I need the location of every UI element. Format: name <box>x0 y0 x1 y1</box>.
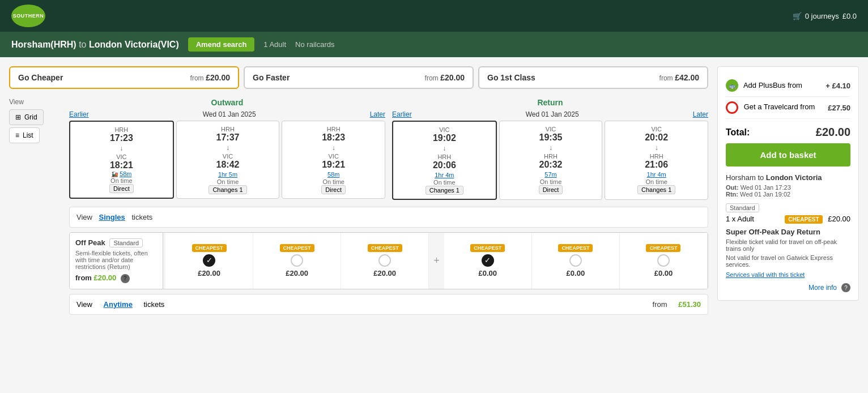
view-label: View <box>9 98 60 106</box>
search-bar: Horsham(HRH) to London Victoria(VIC) Ame… <box>0 32 868 57</box>
services-link[interactable]: Services valid with this ticket <box>726 271 805 278</box>
total-label: Total: <box>726 127 750 138</box>
return-nav: Earlier Wed 01 Jan 2025 Later <box>392 110 708 118</box>
outward-train-1-arrow: ↓ <box>75 144 168 152</box>
list-view-button[interactable]: ≡ List <box>9 127 40 143</box>
return-train-1-arr-time: 20:06 <box>398 160 491 170</box>
return-train-3-arrow: ↓ <box>610 144 703 152</box>
outward-train-2-arr-time: 18:42 <box>181 160 275 170</box>
off-peak-out-radio-3[interactable] <box>378 254 391 267</box>
basket-icon: 🛒 <box>793 12 802 20</box>
more-info-icon[interactable]: ? <box>841 283 850 292</box>
tube-icon <box>726 101 738 114</box>
outward-train-1-duration[interactable]: 58m <box>120 170 131 177</box>
return-train-3[interactable]: VIC 20:02 ↓ HRH 21:06 1hr 4m On time Cha… <box>605 121 708 200</box>
fare-tab-go-1st-class[interactable]: Go 1st Class from £42.00 <box>478 66 708 89</box>
return-train-1-duration[interactable]: 1hr 4m <box>435 172 454 178</box>
return-train-3-dep-station: VIC <box>610 126 703 133</box>
anytime-link[interactable]: Anytime <box>104 300 133 309</box>
view-side: View ⊞ Grid ≡ List <box>9 98 60 143</box>
singles-suffix: tickets <box>131 213 152 221</box>
journeys-count: 0 journeys <box>805 12 839 20</box>
return-label: Return <box>392 98 708 107</box>
return-train-1[interactable]: VIC 19:02 ↓ HRH 20:06 1hr 4m On time Cha… <box>392 121 497 200</box>
fare-tab-go-cheaper-name: Go Cheaper <box>18 73 63 82</box>
return-section: Return Earlier Wed 01 Jan 2025 Later VIC… <box>392 98 708 200</box>
outward-train-1[interactable]: HRH 17:23 ↓ VIC 18:21 🚂 58m On time <box>69 121 174 199</box>
journey-detail: Horsham to London Victoria <box>726 173 850 182</box>
outward-train-3-arr-time: 19:21 <box>287 160 380 170</box>
return-train-2-arr-station: HRH <box>504 153 598 160</box>
off-peak-out-radio-1[interactable] <box>203 254 215 267</box>
amend-search-button[interactable]: Amend search <box>188 37 255 52</box>
grid-view-button[interactable]: ⊞ Grid <box>9 109 44 125</box>
plusbus-price: + £4.10 <box>826 82 850 90</box>
off-peak-desc: Semi-flexible tickets, often with time a… <box>75 250 157 270</box>
return-train-2[interactable]: VIC 19:35 ↓ HRH 20:32 57m On time Direct <box>499 121 603 200</box>
ticket-type-name: Super Off-Peak Day Return <box>726 228 850 236</box>
outward-label: Outward <box>69 98 385 107</box>
content-area: View ⊞ Grid ≡ List Outward <box>9 98 708 315</box>
outward-train-2-duration[interactable]: 1hr 5m <box>218 171 237 178</box>
off-peak-ret-radio-3[interactable] <box>657 254 670 267</box>
return-train-2-dep-time: 19:35 <box>504 133 598 143</box>
off-peak-ret-price-1[interactable]: CHEAPEST £0.00 <box>444 233 532 289</box>
more-info[interactable]: More info ? <box>726 283 850 292</box>
outward-train-2-arrow: ↓ <box>181 144 275 152</box>
ticket-desc-right: Flexible ticket valid for travel on off-… <box>726 238 850 252</box>
outward-train-2-dep-station: HRH <box>181 126 275 133</box>
off-peak-name: Off Peak <box>75 238 105 247</box>
return-trains-grid: VIC 19:02 ↓ HRH 20:06 1hr 4m On time Cha… <box>392 121 708 200</box>
return-date: Wed 01 Jan 2025 <box>526 110 579 118</box>
off-peak-out-price-2[interactable]: CHEAPEST £20.00 <box>253 233 341 289</box>
outward-train-1-type: Direct <box>109 184 134 193</box>
cheapest-tag: CHEAPEST <box>785 215 822 224</box>
off-peak-price: from £20.00 ? <box>75 274 157 283</box>
outward-train-3-arr-station: VIC <box>287 153 380 160</box>
off-peak-help-icon[interactable]: ? <box>121 274 130 283</box>
off-peak-out-price-1[interactable]: CHEAPEST £20.00 <box>165 233 253 289</box>
singles-link[interactable]: Singles <box>99 213 125 221</box>
off-peak-ret-price-3[interactable]: CHEAPEST £0.00 <box>620 233 708 289</box>
off-peak-out-price-3[interactable]: CHEAPEST £20.00 <box>341 233 429 289</box>
return-train-1-dep-station: VIC <box>398 126 491 133</box>
left-panel: Go Cheaper from £20.00 Go Faster from £2… <box>9 66 708 315</box>
outward-train-3-dep-station: HRH <box>287 126 380 133</box>
off-peak-out-amount-1: £20.00 <box>198 269 220 277</box>
return-train-3-duration[interactable]: 1hr 4m <box>647 171 666 178</box>
outward-train-3[interactable]: HRH 18:23 ↓ VIC 19:21 58m On time Direct <box>282 121 385 199</box>
return-train-2-type: Direct <box>539 185 563 194</box>
rtn-label: Rtn: <box>726 191 738 198</box>
off-peak-out-radio-2[interactable] <box>291 254 303 267</box>
outward-earlier-link[interactable]: Earlier <box>69 110 89 118</box>
fare-tab-go-faster[interactable]: Go Faster from £20.00 <box>244 66 474 89</box>
add-to-basket-button[interactable]: Add to basket <box>726 143 850 166</box>
off-peak-ret-radio-1[interactable] <box>482 254 494 267</box>
train-section: Outward Earlier Wed 01 Jan 2025 Later HR… <box>69 98 708 200</box>
outward-train-3-duration[interactable]: 58m <box>327 171 339 178</box>
anytime-prefix: View <box>76 300 92 309</box>
anytime-price: £51.30 <box>678 300 701 309</box>
return-earlier-link[interactable]: Earlier <box>392 110 412 118</box>
fare-tab-go-cheaper[interactable]: Go Cheaper from £20.00 <box>9 66 239 89</box>
outward-train-3-status: On time <box>287 178 380 185</box>
return-train-1-status: On time <box>398 179 491 186</box>
return-train-3-arr-station: HRH <box>610 153 703 160</box>
off-peak-ret-radio-2[interactable] <box>569 254 582 267</box>
singles-view-row: View Singles tickets <box>69 207 708 228</box>
search-title: Horsham(HRH) to London Victoria(VIC) <box>11 40 179 50</box>
outward-train-2-status: On time <box>181 178 275 185</box>
basket-price: £0.0 <box>843 12 857 20</box>
from-station: Horsham(HRH) <box>11 40 76 49</box>
singles-prefix: View <box>76 213 92 221</box>
return-later-link[interactable]: Later <box>693 110 708 118</box>
return-train-2-dep-station: VIC <box>504 126 598 133</box>
off-peak-ret-price-2[interactable]: CHEAPEST £0.00 <box>532 233 620 289</box>
outward-header: Outward <box>69 98 385 107</box>
off-peak-out-amount-2: £20.00 <box>286 269 308 277</box>
outward-later-link[interactable]: Later <box>370 110 385 118</box>
outward-train-2[interactable]: HRH 17:37 ↓ VIC 18:42 1hr 5m On time Cha… <box>176 121 280 199</box>
return-train-1-arr-station: HRH <box>398 153 491 160</box>
grid-label: Grid <box>24 113 37 121</box>
return-train-2-duration[interactable]: 57m <box>544 171 556 178</box>
